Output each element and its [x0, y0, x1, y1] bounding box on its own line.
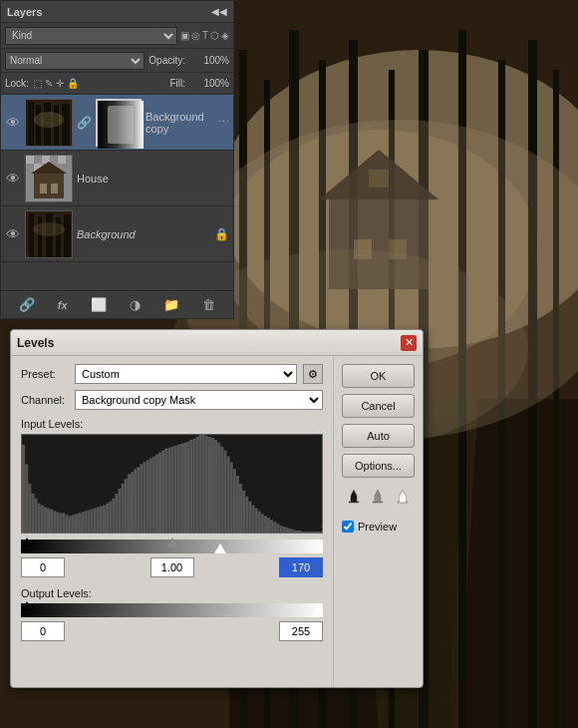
fill-value: 100% [189, 78, 229, 89]
svg-rect-125 [239, 484, 242, 533]
layers-panel-title: Layers [7, 6, 42, 18]
black-eyedropper-icon [346, 488, 362, 504]
layer-visibility-bg-copy[interactable]: 👁 [5, 115, 21, 131]
output-black-slider[interactable] [21, 601, 33, 611]
svg-rect-117 [214, 440, 217, 533]
layer-visibility-house[interactable]: 👁 [5, 171, 21, 186]
svg-rect-141 [289, 529, 292, 533]
adjustment-icon[interactable]: ◎ [191, 30, 200, 41]
layers-bottom-toolbar: 🔗 fx ⬜ ◑ 📁 🗑 [1, 290, 233, 318]
levels-dialog: Levels ✕ Preset: Custom ⚙ Channel: Backg… [10, 329, 424, 688]
midpoint-slider[interactable] [166, 538, 178, 547]
blend-opacity-row: Normal Opacity: 100% [1, 49, 233, 73]
dialog-close-button[interactable]: ✕ [401, 335, 417, 351]
svg-rect-78 [94, 509, 97, 534]
smart-icon[interactable]: ◈ [221, 30, 229, 41]
lock-transparent-icon[interactable]: ⬚ [33, 78, 42, 89]
svg-rect-120 [223, 451, 226, 533]
svg-rect-80 [100, 507, 103, 533]
svg-rect-68 [62, 513, 65, 533]
svg-rect-55 [22, 445, 25, 533]
white-eyedropper-button[interactable] [395, 488, 411, 507]
svg-rect-86 [119, 489, 122, 533]
svg-rect-114 [205, 436, 208, 533]
svg-rect-61 [41, 506, 44, 533]
panel-collapse-icon[interactable]: ◀◀ [211, 6, 227, 17]
preset-select[interactable]: Custom [75, 364, 297, 384]
cancel-button[interactable]: Cancel [342, 394, 415, 418]
svg-rect-127 [245, 497, 248, 533]
preview-checkbox[interactable] [342, 521, 354, 533]
lock-paint-icon[interactable]: ✎ [45, 78, 53, 89]
svg-rect-65 [53, 511, 56, 533]
histogram-svg [22, 435, 322, 533]
add-folder-icon[interactable]: 📁 [163, 297, 179, 312]
fx-icon[interactable]: fx [58, 299, 68, 311]
output-white-input[interactable] [279, 621, 323, 641]
svg-rect-56 [25, 464, 28, 533]
svg-rect-102 [167, 448, 170, 533]
svg-rect-71 [72, 515, 75, 533]
svg-rect-146 [304, 532, 307, 533]
layer-options-icon[interactable]: ⋯ [218, 116, 229, 129]
dialog-left-panel: Preset: Custom ⚙ Channel: Background cop… [11, 356, 333, 687]
svg-rect-133 [264, 516, 267, 533]
layer-item-background-copy[interactable]: 👁 🔗 [1, 95, 233, 151]
svg-rect-130 [255, 509, 258, 534]
layer-thumb-bg [25, 210, 73, 258]
black-eyedropper-button[interactable] [346, 488, 362, 507]
black-point-input[interactable] [21, 557, 65, 577]
channel-label: Channel: [21, 394, 69, 406]
preview-row: Preview [342, 521, 415, 533]
layer-visibility-bg[interactable]: 👁 [5, 226, 21, 242]
shape-icon[interactable]: ⬡ [210, 30, 219, 41]
svg-rect-69 [66, 515, 69, 533]
pixel-icon[interactable]: ▣ [180, 30, 189, 41]
output-black-input[interactable] [21, 621, 65, 641]
svg-rect-119 [220, 447, 223, 533]
add-adjustment-icon[interactable]: ◑ [130, 297, 141, 312]
auto-button[interactable]: Auto [342, 424, 415, 448]
layer-item-house[interactable]: 👁 House [1, 151, 233, 206]
add-mask-icon[interactable]: ⬜ [91, 297, 107, 312]
midpoint-input[interactable] [150, 557, 194, 577]
type-icon[interactable]: T [202, 30, 208, 41]
gray-eyedropper-button[interactable] [370, 488, 386, 507]
dialog-title: Levels [17, 336, 54, 350]
svg-rect-145 [301, 532, 304, 533]
delete-layer-icon[interactable]: 🗑 [202, 297, 215, 312]
svg-point-53 [33, 222, 65, 236]
link-layers-icon[interactable]: 🔗 [19, 297, 35, 312]
ok-button[interactable]: OK [342, 364, 415, 388]
output-white-slider[interactable] [311, 601, 323, 617]
svg-rect-91 [134, 469, 137, 533]
blend-mode-select[interactable]: Normal [5, 52, 144, 70]
white-point-slider[interactable] [214, 538, 226, 553]
layer-thumb-bg-copy [25, 99, 73, 147]
svg-rect-152 [351, 496, 357, 502]
svg-rect-138 [279, 526, 282, 533]
svg-rect-52 [64, 214, 71, 258]
svg-rect-142 [292, 530, 295, 533]
white-point-input[interactable] [279, 557, 323, 577]
layer-item-background[interactable]: 👁 Background 🔒 [1, 206, 233, 262]
lock-move-icon[interactable]: ✛ [56, 78, 64, 89]
preset-label: Preset: [21, 368, 69, 380]
layer-name-house: House [77, 173, 229, 184]
lock-all-icon[interactable]: 🔒 [67, 78, 79, 89]
svg-rect-79 [97, 508, 100, 533]
svg-point-30 [34, 112, 64, 128]
layer-kind-select[interactable]: Kind [5, 27, 177, 45]
black-point-slider[interactable] [21, 538, 33, 547]
channel-select[interactable]: Background copy Mask [75, 390, 323, 410]
preset-settings-button[interactable]: ⚙ [303, 364, 323, 384]
kind-icons: ▣ ◎ T ⬡ ◈ [180, 30, 229, 41]
layer-thumb-house [25, 155, 73, 202]
svg-rect-111 [195, 437, 198, 533]
svg-rect-105 [177, 445, 180, 533]
options-button[interactable]: Options... [342, 454, 415, 478]
svg-rect-99 [158, 453, 161, 533]
lock-label: Lock: [5, 78, 29, 89]
svg-rect-87 [122, 484, 125, 533]
layer-link-icon[interactable]: 🔗 [77, 116, 92, 130]
